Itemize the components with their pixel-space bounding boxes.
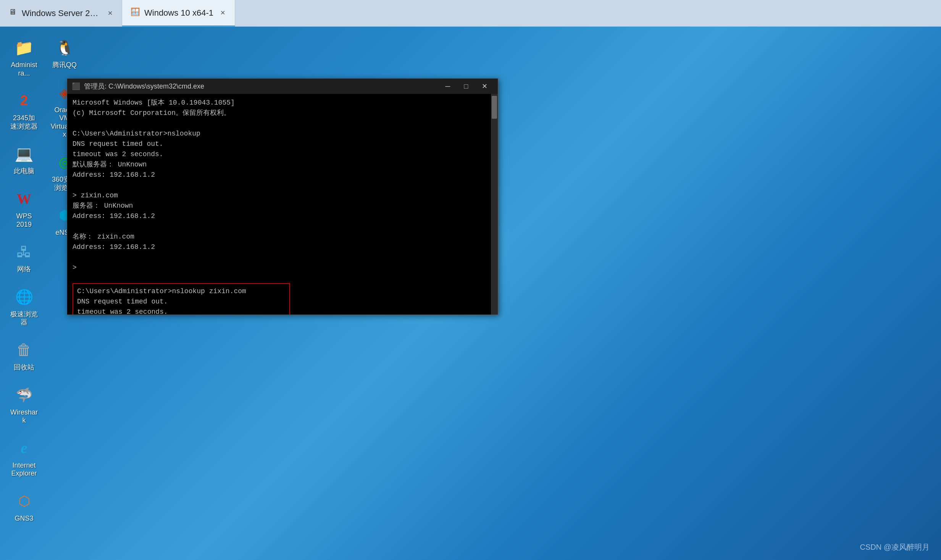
tab-windows-server-2016[interactable]: 🖥 Windows Server 2016 ✕ (0, 0, 122, 26)
cmd-line-2: (c) Microsoft Corporation。保留所有权利。 (73, 108, 492, 118)
cmd-highlighted-line-1: DNS request timed out. (77, 297, 286, 307)
desktop-icon-gns3[interactable]: ⬡ GNS3 (8, 488, 40, 525)
tab-windows10[interactable]: 🪟 Windows 10 x64-1 ✕ (122, 0, 235, 26)
cmd-window: ⬛ 管理员: C:\Windows\system32\cmd.exe ─ □ ✕… (67, 78, 498, 315)
desktop-icon-administrator[interactable]: 📁 Administra... (8, 34, 40, 80)
wireshark-icon: 🦈 (13, 384, 35, 406)
cmd-highlighted-line-2: timeout was 2 seconds. (77, 307, 286, 315)
desktop-icon-2345browser[interactable]: 2 2345加速浏览器 (8, 87, 40, 133)
network-label: 网络 (17, 265, 31, 274)
qq-label: 腾讯QQ (52, 61, 77, 69)
2345browser-icon: 2 (13, 90, 35, 112)
cmd-line-5: DNS request timed out. (73, 139, 492, 149)
cmd-controls: ─ □ ✕ (439, 80, 493, 92)
desktop: 🖥 Windows Server 2016 ✕ 🪟 Windows 10 x64… (0, 0, 941, 560)
cmd-minimize-button[interactable]: ─ (439, 80, 457, 92)
cmd-line-12: Address: 192.168.1.2 (73, 211, 492, 221)
cmd-line-8: Address: 192.168.1.2 (73, 170, 492, 180)
watermark: CSDN @凌风醉明月 (860, 542, 930, 552)
recycle-label: 回收站 (14, 363, 34, 372)
ie-label: Internet Explorer (10, 462, 38, 478)
chrome-label: 极速浏览器 (10, 310, 38, 327)
cmd-line-6: timeout was 2 seconds. (73, 149, 492, 160)
cmd-line-17: > (73, 263, 492, 273)
desktop-icon-network[interactable]: 🖧 网络 (8, 239, 40, 276)
cmd-line-9 (73, 180, 492, 190)
cmd-line-7: 默认服务器： UnKnown (73, 160, 492, 170)
cmd-line-16 (73, 252, 492, 263)
wireshark-label: Wireshark (10, 408, 38, 425)
cmd-content[interactable]: Microsoft Windows [版本 10.0.19043.1055] (… (67, 94, 498, 315)
cmd-line-13 (73, 221, 492, 232)
wps-icon: W (13, 188, 35, 210)
cmd-icon: ⬛ (72, 82, 80, 90)
cmd-line-15: Address: 192.168.1.2 (73, 242, 492, 252)
network-icon: 🖧 (13, 241, 35, 263)
computer-icon: 💻 (13, 143, 35, 165)
cmd-close-button[interactable]: ✕ (476, 80, 493, 92)
administrator-label: Administra... (10, 61, 38, 77)
tab-win10-icon: 🪟 (130, 6, 140, 17)
cmd-titlebar: ⬛ 管理员: C:\Windows\system32\cmd.exe ─ □ ✕ (67, 79, 498, 94)
desktop-icon-wireshark[interactable]: 🦈 Wireshark (8, 382, 40, 427)
computer-label: 此电脑 (14, 167, 34, 176)
cmd-line-1: Microsoft Windows [版本 10.0.19043.1055] (73, 98, 492, 108)
tab-win10-close[interactable]: ✕ (219, 9, 227, 17)
desktop-icon-computer[interactable]: 💻 此电脑 (8, 140, 40, 178)
cmd-highlighted-section: C:\Users\Administrator>nslookup zixin.co… (73, 283, 290, 315)
cmd-line-11: 服务器： UnKnown (73, 201, 492, 211)
tab-server-close[interactable]: ✕ (106, 9, 114, 18)
cmd-line-14: 名称： zixin.com (73, 232, 492, 242)
administrator-icon: 📁 (13, 37, 35, 59)
desktop-icon-wps[interactable]: W WPS 2019 (8, 186, 40, 231)
tab-win10-label: Windows 10 x64-1 (144, 8, 213, 18)
gns3-label: GNS3 (15, 515, 33, 523)
wps-label: WPS 2019 (10, 212, 38, 229)
desktop-icons-area: 📁 Administra... 2 2345加速浏览器 💻 此电脑 W WPS … (4, 31, 76, 552)
cmd-line-3 (73, 118, 492, 129)
2345browser-label: 2345加速浏览器 (10, 114, 38, 131)
recycle-icon: 🗑 (13, 339, 35, 361)
desktop-icon-qq[interactable]: 🐧 腾讯QQ (48, 34, 81, 72)
tab-server-label: Windows Server 2016 (22, 8, 101, 18)
cmd-line-4: C:\Users\Administrator>nslookup (73, 129, 492, 139)
ie-icon: e (13, 437, 35, 459)
tab-bar: 🖥 Windows Server 2016 ✕ 🪟 Windows 10 x64… (0, 0, 941, 27)
cmd-blank-1 (73, 273, 492, 283)
cmd-line-10: > zixin.com (73, 190, 492, 201)
cmd-highlighted-command: C:\Users\Administrator>nslookup zixin.co… (77, 286, 286, 297)
desktop-icon-ie[interactable]: e Internet Explorer (8, 435, 40, 480)
cmd-scrollbar[interactable] (491, 94, 498, 315)
cmd-title: 管理员: C:\Windows\system32\cmd.exe (84, 82, 435, 91)
gns3-icon: ⬡ (13, 490, 35, 512)
qq-icon: 🐧 (53, 37, 76, 59)
cmd-scrollbar-thumb[interactable] (492, 96, 497, 119)
cmd-maximize-button[interactable]: □ (457, 80, 475, 92)
tab-server-icon: 🖥 (8, 7, 18, 18)
desktop-icon-recycle[interactable]: 🗑 回收站 (8, 337, 40, 374)
chrome-icon: 🌐 (13, 286, 35, 308)
desktop-icon-chrome-browser[interactable]: 🌐 极速浏览器 (8, 284, 40, 329)
